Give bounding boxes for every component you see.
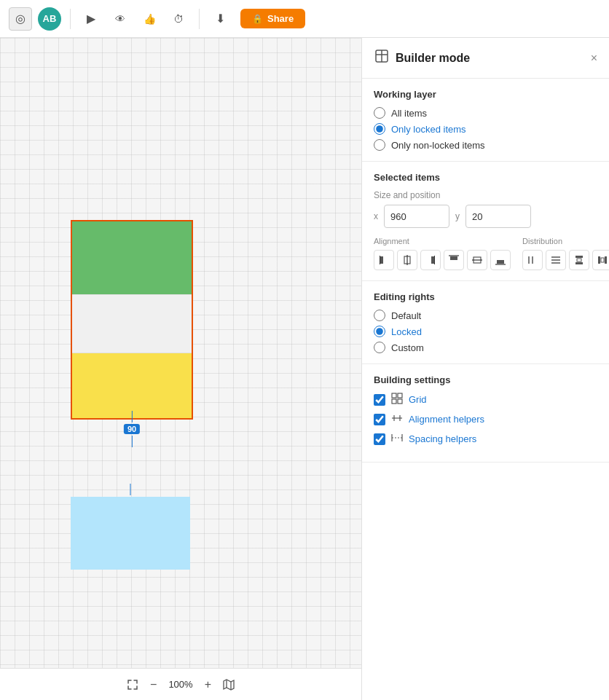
main-area: 90 − 100% +: [0, 38, 609, 700]
hand-tool-btn[interactable]: 👍: [138, 7, 161, 31]
size-pos-container: Size and position x y: [374, 190, 597, 228]
stacked-blocks-group: 90: [71, 220, 193, 420]
grid-checkbox[interactable]: [374, 394, 385, 406]
x-label: x: [374, 211, 378, 221]
panel-title: Builder mode: [374, 48, 470, 68]
share-button[interactable]: 🔒 Share: [240, 9, 305, 28]
spacing-helpers-checkbox[interactable]: [374, 433, 385, 445]
dist-h-btn[interactable]: [546, 250, 566, 270]
divider-2: [199, 9, 200, 29]
building-grid-item: Grid: [374, 393, 597, 406]
editing-rights-radio-group: Default Locked Custom: [374, 310, 597, 353]
spacing-helpers-label[interactable]: Spacing helpers: [409, 433, 476, 444]
connector-line: [130, 484, 131, 495]
svg-rect-27: [605, 256, 607, 264]
align-center-h-icon: [402, 255, 412, 265]
panel-title-text: Builder mode: [396, 52, 470, 65]
align-bottom-btn[interactable]: [490, 250, 511, 270]
align-right-icon: [425, 255, 436, 265]
radio-custom[interactable]: Custom: [374, 342, 597, 353]
radio-locked-input[interactable]: [374, 326, 385, 337]
dist-equal-v-btn[interactable]: [569, 250, 589, 270]
radio-custom-input[interactable]: [374, 342, 385, 353]
dist-v-btn[interactable]: [522, 250, 543, 270]
building-settings-section: Building settings Grid Alignment helpers: [362, 364, 609, 463]
map-btn[interactable]: [223, 679, 235, 691]
distribution-icon-row: [522, 250, 609, 270]
measurement-badge: 90: [124, 424, 140, 434]
svg-rect-30: [398, 393, 402, 398]
target-btn[interactable]: ◎: [9, 7, 32, 31]
green-block[interactable]: [72, 221, 192, 294]
download-icon: ⬇: [216, 12, 225, 25]
blue-block[interactable]: [71, 497, 190, 570]
radio-default-label: Default: [391, 310, 421, 321]
radio-custom-label: Custom: [391, 342, 424, 353]
y-label: y: [455, 211, 460, 221]
alignment-helpers-checkbox[interactable]: [374, 414, 385, 425]
divider-1: [70, 9, 71, 29]
eye-tool-btn[interactable]: 👁: [109, 7, 132, 31]
dist-h-icon: [551, 255, 561, 265]
svg-rect-11: [434, 256, 435, 264]
svg-rect-24: [575, 262, 583, 264]
radio-all-items[interactable]: All items: [374, 107, 597, 119]
x-input[interactable]: [384, 205, 449, 228]
grid-icon: [391, 393, 403, 406]
share-label: Share: [267, 13, 294, 24]
timer-icon: ⏱: [173, 13, 184, 25]
radio-locked-items[interactable]: Only locked items: [374, 123, 597, 135]
svg-rect-29: [392, 393, 396, 398]
grid-label[interactable]: Grid: [409, 394, 427, 405]
alignment-helpers-label[interactable]: Alignment helpers: [409, 414, 484, 425]
radio-non-locked-items-input[interactable]: [374, 139, 385, 151]
gray-block[interactable]: [72, 294, 192, 353]
radio-locked-items-label: Only locked items: [391, 124, 466, 135]
align-center-v-icon: [472, 255, 482, 265]
radio-locked[interactable]: Locked: [374, 326, 597, 337]
zoom-bar-wrapper: − 100% +: [0, 668, 361, 700]
distribution-group: Distribution: [522, 237, 609, 270]
avatar[interactable]: AB: [38, 7, 61, 31]
align-top-btn[interactable]: [444, 250, 464, 270]
dist-equal-h-btn[interactable]: [592, 250, 609, 270]
zoom-bar: − 100% +: [0, 668, 361, 700]
svg-rect-28: [601, 258, 604, 262]
svg-rect-26: [598, 256, 600, 264]
resize-icon-btn[interactable]: [127, 679, 138, 691]
dist-equal-v-icon: [574, 255, 584, 265]
zoom-minus-icon: −: [150, 678, 157, 691]
alignment-group: Alignment: [374, 237, 511, 270]
selected-items-title: Selected items: [374, 172, 597, 183]
orange-border-box[interactable]: 90: [71, 220, 193, 420]
size-pos-fields: x y: [374, 205, 597, 228]
align-right-btn[interactable]: [420, 250, 441, 270]
distribution-label: Distribution: [522, 237, 609, 245]
y-input[interactable]: [465, 205, 531, 228]
panel-close-btn[interactable]: ×: [591, 52, 597, 65]
dist-equal-h-icon: [597, 255, 608, 265]
align-center-v-btn[interactable]: [467, 250, 487, 270]
download-btn[interactable]: ⬇: [208, 7, 232, 31]
canvas[interactable]: 90 − 100% +: [0, 38, 361, 700]
radio-default-input[interactable]: [374, 310, 385, 321]
timer-tool-btn[interactable]: ⏱: [167, 7, 190, 31]
working-layer-radio-group: All items Only locked items Only non-loc…: [374, 107, 597, 151]
cursor-tool-btn[interactable]: ▶: [79, 7, 103, 31]
building-settings-title: Building settings: [374, 374, 597, 385]
yellow-block[interactable]: [72, 353, 192, 418]
align-left-btn[interactable]: [374, 250, 394, 270]
alignment-icon-row: [374, 250, 511, 270]
radio-locked-label: Locked: [391, 326, 422, 337]
building-alignment-item: Alignment helpers: [374, 412, 597, 426]
editing-rights-title: Editing rights: [374, 291, 597, 302]
radio-non-locked-items[interactable]: Only non-locked items: [374, 139, 597, 151]
svg-rect-16: [497, 260, 504, 264]
zoom-minus-btn[interactable]: −: [150, 678, 157, 691]
radio-default[interactable]: Default: [374, 310, 597, 321]
zoom-plus-icon: +: [205, 678, 211, 691]
radio-all-items-input[interactable]: [374, 107, 385, 119]
zoom-plus-btn[interactable]: +: [205, 678, 211, 691]
align-center-h-btn[interactable]: [397, 250, 417, 270]
radio-locked-items-input[interactable]: [374, 123, 385, 135]
